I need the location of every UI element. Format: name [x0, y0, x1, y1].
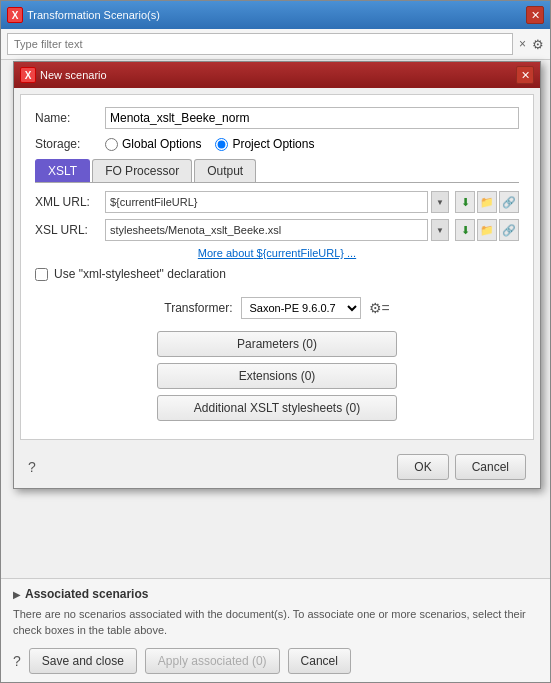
- filter-gear-icon[interactable]: ⚙: [532, 37, 544, 52]
- global-options-radio[interactable]: Global Options: [105, 137, 201, 151]
- project-options-radio[interactable]: Project Options: [215, 137, 314, 151]
- xsl-url-input[interactable]: [105, 219, 428, 241]
- xsl-url-link-btn[interactable]: 🔗: [499, 219, 519, 241]
- background-window: X Transformation Scenario(s) ✕ × ⚙ X New…: [0, 0, 551, 683]
- x-logo-bg: X: [7, 7, 23, 23]
- xml-url-row: XML URL: ▼ ⬇ 📁 🔗: [35, 191, 519, 213]
- xsl-url-label: XSL URL:: [35, 223, 105, 237]
- extensions-button[interactable]: Extensions (0): [157, 363, 397, 389]
- tab-fo-processor[interactable]: FO Processor: [92, 159, 192, 182]
- tab-output[interactable]: Output: [194, 159, 256, 182]
- global-options-input[interactable]: [105, 138, 118, 151]
- name-input[interactable]: [105, 107, 519, 129]
- xsl-url-row: XSL URL: ▼ ⬇ 📁 🔗: [35, 219, 519, 241]
- associated-buttons: ? Save and close Apply associated (0) Ca…: [13, 648, 538, 674]
- xml-url-link-btn[interactable]: 🔗: [499, 191, 519, 213]
- storage-row: Storage: Global Options Project Options: [35, 137, 519, 151]
- global-options-label: Global Options: [122, 137, 201, 151]
- name-label: Name:: [35, 111, 105, 125]
- tabs-bar: XSLT FO Processor Output: [35, 159, 519, 183]
- modal-titlebar: X New scenario ✕: [14, 62, 540, 88]
- filter-input[interactable]: [7, 33, 513, 55]
- cancel-button[interactable]: Cancel: [455, 454, 526, 480]
- xsl-url-container: ▼ ⬇ 📁 🔗: [105, 219, 519, 241]
- transformer-settings-icon[interactable]: ⚙=: [369, 300, 390, 316]
- xml-url-folder-btn[interactable]: 📁: [477, 191, 497, 213]
- bg-title: X Transformation Scenario(s): [7, 7, 160, 23]
- xml-url-download-btn[interactable]: ⬇: [455, 191, 475, 213]
- bg-window-title: Transformation Scenario(s): [27, 9, 160, 21]
- xsl-url-download-btn[interactable]: ⬇: [455, 219, 475, 241]
- apply-associated-button[interactable]: Apply associated (0): [145, 648, 280, 674]
- transformer-row: Transformer: Saxon-PE 9.6.0.7 ⚙=: [35, 297, 519, 319]
- parameters-button[interactable]: Parameters (0): [157, 331, 397, 357]
- additional-xslt-button[interactable]: Additional XSLT stylesheets (0): [157, 395, 397, 421]
- filter-clear-icon[interactable]: ×: [517, 35, 528, 53]
- storage-options: Global Options Project Options: [105, 137, 314, 151]
- filter-bar: × ⚙: [1, 29, 550, 60]
- x-logo-modal: X: [20, 67, 36, 83]
- xml-url-container: ▼ ⬇ 📁 🔗: [105, 191, 519, 213]
- bg-close-button[interactable]: ✕: [526, 6, 544, 24]
- modal-close-button[interactable]: ✕: [516, 66, 534, 84]
- associated-description: There are no scenarios associated with t…: [13, 607, 538, 638]
- modal-dialog: X New scenario ✕ Name: Storage: Global O…: [13, 61, 541, 489]
- triangle-icon: ▶: [13, 589, 21, 600]
- project-options-input[interactable]: [215, 138, 228, 151]
- modal-title-left: X New scenario: [20, 67, 107, 83]
- ok-button[interactable]: OK: [397, 454, 448, 480]
- storage-label: Storage:: [35, 137, 105, 151]
- tab-xslt[interactable]: XSLT: [35, 159, 90, 182]
- save-close-button[interactable]: Save and close: [29, 648, 137, 674]
- name-row: Name:: [35, 107, 519, 129]
- xml-stylesheet-row: Use "xml-stylesheet" declaration: [35, 267, 519, 281]
- xml-stylesheet-label: Use "xml-stylesheet" declaration: [54, 267, 226, 281]
- modal-footer: ? OK Cancel: [14, 446, 540, 488]
- assoc-cancel-button[interactable]: Cancel: [288, 648, 351, 674]
- assoc-help-icon[interactable]: ?: [13, 653, 21, 669]
- more-link[interactable]: More about ${currentFileURL} ...: [35, 247, 519, 259]
- associated-title: Associated scenarios: [25, 587, 148, 601]
- transformer-label: Transformer:: [164, 301, 232, 315]
- modal-title: New scenario: [40, 69, 107, 81]
- xml-url-input[interactable]: [105, 191, 428, 213]
- xsl-url-dropdown[interactable]: ▼: [431, 219, 449, 241]
- tabs-container: XSLT FO Processor Output: [35, 159, 519, 183]
- xsl-url-actions: ⬇ 📁 🔗: [455, 219, 519, 241]
- xml-url-dropdown[interactable]: ▼: [431, 191, 449, 213]
- associated-header: ▶ Associated scenarios: [13, 587, 538, 601]
- transformer-select[interactable]: Saxon-PE 9.6.0.7: [241, 297, 361, 319]
- xml-stylesheet-checkbox[interactable]: [35, 268, 48, 281]
- modal-help-icon[interactable]: ?: [28, 459, 36, 475]
- footer-left: ?: [28, 454, 391, 480]
- associated-section: ▶ Associated scenarios There are no scen…: [1, 578, 550, 682]
- xml-url-actions: ⬇ 📁 🔗: [455, 191, 519, 213]
- xsl-url-folder-btn[interactable]: 📁: [477, 219, 497, 241]
- modal-content: Name: Storage: Global Options Project Op…: [20, 94, 534, 440]
- project-options-label: Project Options: [232, 137, 314, 151]
- xml-url-label: XML URL:: [35, 195, 105, 209]
- bg-titlebar: X Transformation Scenario(s) ✕: [1, 1, 550, 29]
